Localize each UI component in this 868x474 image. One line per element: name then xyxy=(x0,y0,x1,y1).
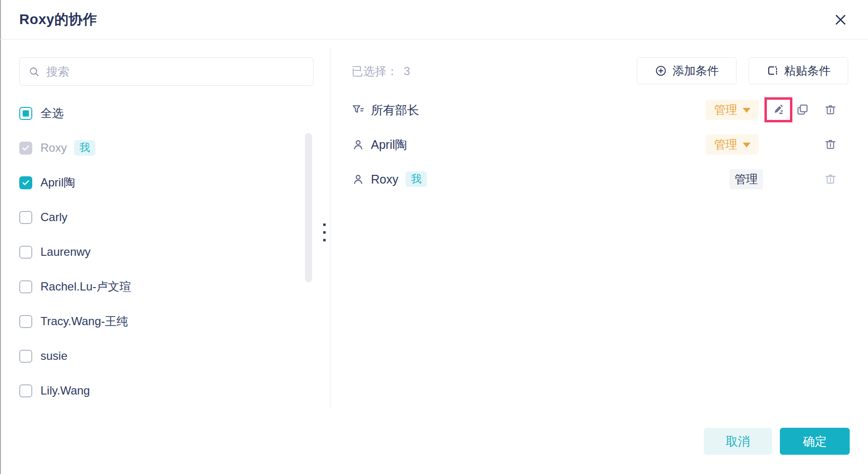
member-checkbox[interactable] xyxy=(19,350,32,363)
member-label: April陶 xyxy=(40,175,75,190)
edit-permission-button-highlighted[interactable] xyxy=(764,97,792,122)
condition-row: 所有部长 管理 xyxy=(352,92,848,127)
selected-count-number: 3 xyxy=(404,65,410,78)
cancel-button[interactable]: 取消 xyxy=(704,428,772,455)
list-item[interactable]: Rachel.Lu-卢文瑄 xyxy=(19,269,296,304)
page-edge xyxy=(0,0,1,474)
user-icon xyxy=(352,173,365,186)
member-label: susie xyxy=(40,349,67,363)
dialog-title: Roxy的协作 xyxy=(19,10,97,29)
member-checkbox[interactable] xyxy=(19,176,32,189)
scrollbar[interactable] xyxy=(305,133,312,282)
list-item[interactable]: Lily.Wang xyxy=(19,373,296,408)
search-box xyxy=(19,57,314,86)
member-label: Roxy xyxy=(40,141,67,155)
list-item: Roxy 我 xyxy=(19,131,296,165)
select-all-item[interactable]: 全选 xyxy=(19,96,296,131)
selected-count: 已选择：3 xyxy=(352,64,410,79)
paste-icon xyxy=(766,65,779,77)
dialog-header: Roxy的协作 xyxy=(0,0,868,40)
member-label: Carly xyxy=(40,211,67,224)
condition-row: April陶 管理 xyxy=(352,127,848,162)
member-checkbox[interactable] xyxy=(19,280,32,293)
delete-icon-disabled xyxy=(824,172,837,186)
list-item[interactable]: susie xyxy=(19,339,296,373)
add-condition-button[interactable]: 添加条件 xyxy=(637,57,736,84)
search-icon xyxy=(28,66,40,78)
member-checkbox xyxy=(19,142,32,155)
member-checkbox[interactable] xyxy=(19,384,32,397)
list-item[interactable]: Laurenwy xyxy=(19,235,296,269)
chevron-down-icon xyxy=(743,143,750,147)
permission-dropdown[interactable]: 管理 xyxy=(706,134,759,155)
user-icon xyxy=(352,138,365,151)
condition-label: April陶 xyxy=(371,137,407,153)
delete-icon[interactable] xyxy=(824,103,837,117)
chevron-down-icon xyxy=(743,108,750,113)
collaboration-dialog: Roxy的协作 全选 Roxy 我 April陶 Car xyxy=(0,0,868,474)
panel-divider xyxy=(330,48,330,408)
condition-label: Roxy xyxy=(371,172,398,186)
paste-condition-button[interactable]: 粘贴条件 xyxy=(749,57,848,84)
member-label: Rachel.Lu-卢文瑄 xyxy=(40,279,131,294)
member-checkbox[interactable] xyxy=(19,246,32,259)
me-badge: 我 xyxy=(406,171,427,187)
member-checkbox[interactable] xyxy=(19,211,32,224)
confirm-button[interactable]: 确定 xyxy=(780,428,850,455)
permission-static: 管理 xyxy=(729,169,763,189)
permission-dropdown[interactable]: 管理 xyxy=(706,100,759,120)
edit-pencil-icon xyxy=(772,103,785,117)
close-icon[interactable] xyxy=(831,11,850,29)
list-item[interactable]: Tracy.Wang-王纯 xyxy=(19,304,296,339)
select-all-label: 全选 xyxy=(40,105,64,121)
member-checkbox[interactable] xyxy=(19,315,32,328)
member-label: Tracy.Wang-王纯 xyxy=(40,314,128,329)
condition-row: Roxy 我 管理 xyxy=(352,162,848,197)
me-badge: 我 xyxy=(74,140,95,156)
list-item[interactable]: Carly xyxy=(19,200,296,235)
member-label: Lily.Wang xyxy=(40,384,90,397)
divider-drag-handle[interactable] xyxy=(321,224,328,241)
copy-icon[interactable] xyxy=(795,103,810,117)
member-label: Laurenwy xyxy=(40,245,91,259)
condition-label: 所有部长 xyxy=(371,102,419,118)
list-item[interactable]: April陶 xyxy=(19,165,296,200)
delete-icon[interactable] xyxy=(824,138,837,151)
filter-icon xyxy=(352,104,365,117)
select-all-checkbox[interactable] xyxy=(19,107,32,120)
search-input[interactable] xyxy=(46,65,304,79)
member-list: 全选 Roxy 我 April陶 Carly Laurenwy Rachel.L… xyxy=(19,96,296,408)
plus-circle-icon xyxy=(655,65,667,77)
